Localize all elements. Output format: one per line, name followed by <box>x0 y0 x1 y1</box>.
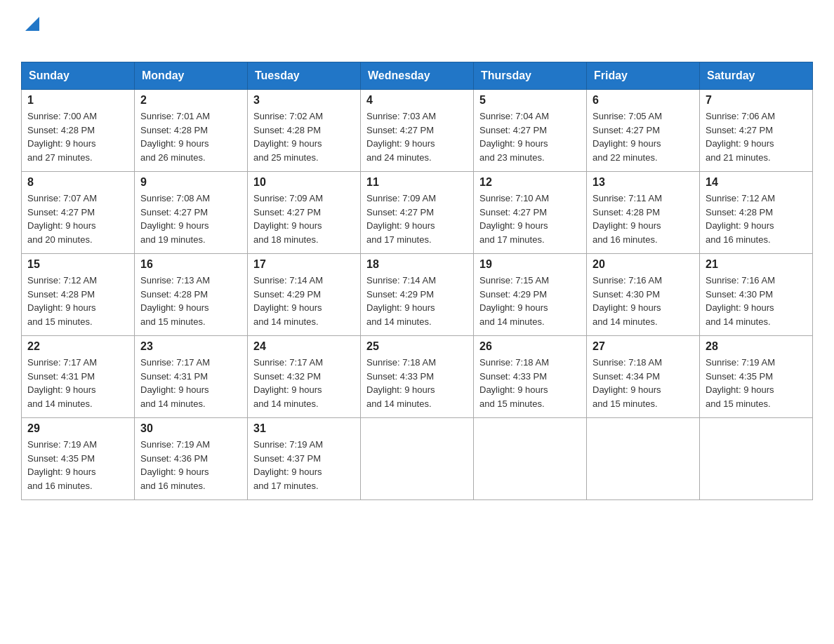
day-info: Sunrise: 7:14 AMSunset: 4:29 PMDaylight:… <box>253 274 355 328</box>
calendar-cell: 2 Sunrise: 7:01 AMSunset: 4:28 PMDayligh… <box>135 90 248 172</box>
day-info: Sunrise: 7:06 AMSunset: 4:27 PMDaylight:… <box>706 109 807 164</box>
logo-triangle-icon <box>22 14 42 34</box>
day-number: 30 <box>140 422 241 435</box>
calendar-week-row: 8 Sunrise: 7:07 AMSunset: 4:27 PMDayligh… <box>22 172 813 254</box>
day-number: 15 <box>27 258 128 271</box>
day-info: Sunrise: 7:08 AMSunset: 4:27 PMDaylight:… <box>140 192 241 246</box>
day-info: Sunrise: 7:12 AMSunset: 4:28 PMDaylight:… <box>27 274 128 328</box>
svg-marker-0 <box>25 17 39 31</box>
day-number: 7 <box>706 94 807 107</box>
day-number: 6 <box>593 94 694 107</box>
day-info: Sunrise: 7:15 AMSunset: 4:29 PMDaylight:… <box>479 274 581 328</box>
day-number: 29 <box>27 422 128 435</box>
calendar-cell <box>587 418 700 500</box>
calendar-cell: 16 Sunrise: 7:13 AMSunset: 4:28 PMDaylig… <box>135 254 248 336</box>
day-number: 10 <box>253 176 355 189</box>
calendar-cell: 10 Sunrise: 7:09 AMSunset: 4:27 PMDaylig… <box>248 172 361 254</box>
calendar-cell: 4 Sunrise: 7:03 AMSunset: 4:27 PMDayligh… <box>361 90 474 172</box>
day-info: Sunrise: 7:16 AMSunset: 4:30 PMDaylight:… <box>593 274 694 328</box>
day-number: 14 <box>706 176 807 189</box>
calendar-week-row: 22 Sunrise: 7:17 AMSunset: 4:31 PMDaylig… <box>22 336 813 418</box>
day-info: Sunrise: 7:19 AMSunset: 4:36 PMDaylight:… <box>140 438 241 492</box>
day-number: 1 <box>27 94 128 107</box>
calendar-header-row: SundayMondayTuesdayWednesdayThursdayFrid… <box>22 62 813 90</box>
calendar-cell: 22 Sunrise: 7:17 AMSunset: 4:31 PMDaylig… <box>22 336 135 418</box>
day-number: 12 <box>479 176 581 189</box>
calendar-cell: 23 Sunrise: 7:17 AMSunset: 4:31 PMDaylig… <box>135 336 248 418</box>
weekday-header-thursday: Thursday <box>474 62 587 90</box>
day-number: 24 <box>253 340 355 353</box>
day-number: 19 <box>479 258 581 271</box>
day-info: Sunrise: 7:12 AMSunset: 4:28 PMDaylight:… <box>706 192 807 246</box>
day-number: 26 <box>479 340 581 353</box>
day-info: Sunrise: 7:17 AMSunset: 4:31 PMDaylight:… <box>140 356 241 410</box>
calendar-cell: 20 Sunrise: 7:16 AMSunset: 4:30 PMDaylig… <box>587 254 700 336</box>
calendar-cell: 12 Sunrise: 7:10 AMSunset: 4:27 PMDaylig… <box>474 172 587 254</box>
calendar-cell <box>474 418 587 500</box>
calendar-cell: 8 Sunrise: 7:07 AMSunset: 4:27 PMDayligh… <box>22 172 135 254</box>
calendar-cell: 18 Sunrise: 7:14 AMSunset: 4:29 PMDaylig… <box>361 254 474 336</box>
day-info: Sunrise: 7:19 AMSunset: 4:35 PMDaylight:… <box>706 356 807 410</box>
day-number: 28 <box>706 340 807 353</box>
day-info: Sunrise: 7:18 AMSunset: 4:33 PMDaylight:… <box>366 356 468 410</box>
day-number: 18 <box>366 258 468 271</box>
calendar-cell: 9 Sunrise: 7:08 AMSunset: 4:27 PMDayligh… <box>135 172 248 254</box>
day-number: 20 <box>593 258 694 271</box>
calendar-week-row: 29 Sunrise: 7:19 AMSunset: 4:35 PMDaylig… <box>22 418 813 500</box>
calendar-cell: 26 Sunrise: 7:18 AMSunset: 4:33 PMDaylig… <box>474 336 587 418</box>
page-header <box>21 14 813 48</box>
calendar-cell: 17 Sunrise: 7:14 AMSunset: 4:29 PMDaylig… <box>248 254 361 336</box>
calendar-cell: 11 Sunrise: 7:09 AMSunset: 4:27 PMDaylig… <box>361 172 474 254</box>
day-info: Sunrise: 7:17 AMSunset: 4:31 PMDaylight:… <box>27 356 128 410</box>
day-number: 2 <box>140 94 241 107</box>
calendar-week-row: 1 Sunrise: 7:00 AMSunset: 4:28 PMDayligh… <box>22 90 813 172</box>
weekday-header-wednesday: Wednesday <box>361 62 474 90</box>
calendar-cell: 14 Sunrise: 7:12 AMSunset: 4:28 PMDaylig… <box>700 172 813 254</box>
day-info: Sunrise: 7:05 AMSunset: 4:27 PMDaylight:… <box>593 109 694 164</box>
day-info: Sunrise: 7:13 AMSunset: 4:28 PMDaylight:… <box>140 274 241 328</box>
day-number: 21 <box>706 258 807 271</box>
day-info: Sunrise: 7:14 AMSunset: 4:29 PMDaylight:… <box>366 274 468 328</box>
day-number: 9 <box>140 176 241 189</box>
day-number: 27 <box>593 340 694 353</box>
day-number: 16 <box>140 258 241 271</box>
day-info: Sunrise: 7:03 AMSunset: 4:27 PMDaylight:… <box>366 109 468 164</box>
day-info: Sunrise: 7:18 AMSunset: 4:34 PMDaylight:… <box>593 356 694 410</box>
day-info: Sunrise: 7:02 AMSunset: 4:28 PMDaylight:… <box>253 109 355 164</box>
day-number: 13 <box>593 176 694 189</box>
weekday-header-saturday: Saturday <box>700 62 813 90</box>
calendar-cell: 1 Sunrise: 7:00 AMSunset: 4:28 PMDayligh… <box>22 90 135 172</box>
day-info: Sunrise: 7:10 AMSunset: 4:27 PMDaylight:… <box>479 192 581 246</box>
day-info: Sunrise: 7:11 AMSunset: 4:28 PMDaylight:… <box>593 192 694 246</box>
calendar-cell <box>700 418 813 500</box>
calendar-cell: 27 Sunrise: 7:18 AMSunset: 4:34 PMDaylig… <box>587 336 700 418</box>
day-info: Sunrise: 7:17 AMSunset: 4:32 PMDaylight:… <box>253 356 355 410</box>
calendar-cell: 13 Sunrise: 7:11 AMSunset: 4:28 PMDaylig… <box>587 172 700 254</box>
calendar-cell: 5 Sunrise: 7:04 AMSunset: 4:27 PMDayligh… <box>474 90 587 172</box>
calendar-week-row: 15 Sunrise: 7:12 AMSunset: 4:28 PMDaylig… <box>22 254 813 336</box>
day-number: 17 <box>253 258 355 271</box>
day-info: Sunrise: 7:01 AMSunset: 4:28 PMDaylight:… <box>140 109 241 164</box>
calendar-cell: 21 Sunrise: 7:16 AMSunset: 4:30 PMDaylig… <box>700 254 813 336</box>
weekday-header-sunday: Sunday <box>22 62 135 90</box>
calendar-cell: 15 Sunrise: 7:12 AMSunset: 4:28 PMDaylig… <box>22 254 135 336</box>
calendar-cell: 24 Sunrise: 7:17 AMSunset: 4:32 PMDaylig… <box>248 336 361 418</box>
calendar-cell: 31 Sunrise: 7:19 AMSunset: 4:37 PMDaylig… <box>248 418 361 500</box>
day-number: 5 <box>479 94 581 107</box>
calendar-cell: 28 Sunrise: 7:19 AMSunset: 4:35 PMDaylig… <box>700 336 813 418</box>
weekday-header-tuesday: Tuesday <box>248 62 361 90</box>
day-info: Sunrise: 7:09 AMSunset: 4:27 PMDaylight:… <box>253 192 355 246</box>
day-number: 4 <box>366 94 468 107</box>
day-number: 8 <box>27 176 128 189</box>
day-number: 23 <box>140 340 241 353</box>
day-info: Sunrise: 7:07 AMSunset: 4:27 PMDaylight:… <box>27 192 128 246</box>
weekday-header-friday: Friday <box>587 62 700 90</box>
weekday-header-monday: Monday <box>135 62 248 90</box>
day-number: 31 <box>253 422 355 435</box>
day-info: Sunrise: 7:16 AMSunset: 4:30 PMDaylight:… <box>706 274 807 328</box>
day-number: 25 <box>366 340 468 353</box>
calendar-cell: 7 Sunrise: 7:06 AMSunset: 4:27 PMDayligh… <box>700 90 813 172</box>
day-info: Sunrise: 7:19 AMSunset: 4:35 PMDaylight:… <box>27 438 128 492</box>
day-number: 3 <box>253 94 355 107</box>
day-info: Sunrise: 7:09 AMSunset: 4:27 PMDaylight:… <box>366 192 468 246</box>
